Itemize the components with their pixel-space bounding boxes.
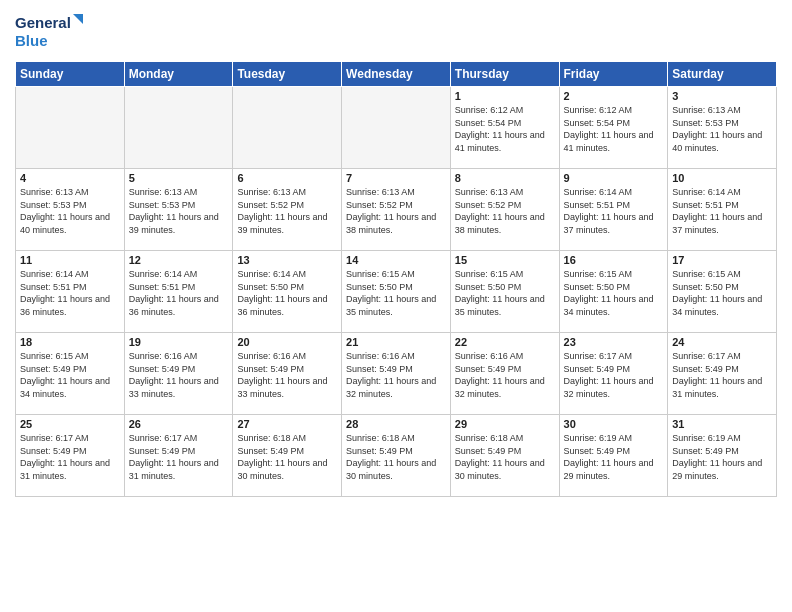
day-number: 4 bbox=[20, 172, 120, 184]
weekday-header-tuesday: Tuesday bbox=[233, 62, 342, 87]
day-info: Sunrise: 6:13 AM Sunset: 5:52 PM Dayligh… bbox=[237, 186, 337, 236]
day-info: Sunrise: 6:18 AM Sunset: 5:49 PM Dayligh… bbox=[455, 432, 555, 482]
calendar-cell: 30Sunrise: 6:19 AM Sunset: 5:49 PM Dayli… bbox=[559, 415, 668, 497]
day-number: 11 bbox=[20, 254, 120, 266]
day-number: 23 bbox=[564, 336, 664, 348]
day-number: 14 bbox=[346, 254, 446, 266]
day-info: Sunrise: 6:17 AM Sunset: 5:49 PM Dayligh… bbox=[129, 432, 229, 482]
svg-text:General: General bbox=[15, 14, 71, 31]
weekday-header-friday: Friday bbox=[559, 62, 668, 87]
logo-svg: General Blue bbox=[15, 10, 85, 55]
day-info: Sunrise: 6:15 AM Sunset: 5:50 PM Dayligh… bbox=[346, 268, 446, 318]
day-number: 26 bbox=[129, 418, 229, 430]
svg-text:Blue: Blue bbox=[15, 32, 48, 49]
calendar-cell: 12Sunrise: 6:14 AM Sunset: 5:51 PM Dayli… bbox=[124, 251, 233, 333]
day-info: Sunrise: 6:14 AM Sunset: 5:50 PM Dayligh… bbox=[237, 268, 337, 318]
calendar-cell: 7Sunrise: 6:13 AM Sunset: 5:52 PM Daylig… bbox=[342, 169, 451, 251]
day-number: 19 bbox=[129, 336, 229, 348]
calendar-cell: 3Sunrise: 6:13 AM Sunset: 5:53 PM Daylig… bbox=[668, 87, 777, 169]
day-info: Sunrise: 6:19 AM Sunset: 5:49 PM Dayligh… bbox=[564, 432, 664, 482]
calendar-cell: 16Sunrise: 6:15 AM Sunset: 5:50 PM Dayli… bbox=[559, 251, 668, 333]
day-number: 17 bbox=[672, 254, 772, 266]
weekday-header-wednesday: Wednesday bbox=[342, 62, 451, 87]
calendar-cell bbox=[233, 87, 342, 169]
day-number: 30 bbox=[564, 418, 664, 430]
weekday-header-monday: Monday bbox=[124, 62, 233, 87]
day-info: Sunrise: 6:18 AM Sunset: 5:49 PM Dayligh… bbox=[237, 432, 337, 482]
day-info: Sunrise: 6:15 AM Sunset: 5:50 PM Dayligh… bbox=[564, 268, 664, 318]
day-number: 29 bbox=[455, 418, 555, 430]
day-info: Sunrise: 6:17 AM Sunset: 5:49 PM Dayligh… bbox=[20, 432, 120, 482]
page-header: General Blue bbox=[15, 10, 777, 55]
day-info: Sunrise: 6:17 AM Sunset: 5:49 PM Dayligh… bbox=[564, 350, 664, 400]
day-info: Sunrise: 6:16 AM Sunset: 5:49 PM Dayligh… bbox=[129, 350, 229, 400]
day-number: 9 bbox=[564, 172, 664, 184]
calendar-cell bbox=[124, 87, 233, 169]
calendar-cell: 14Sunrise: 6:15 AM Sunset: 5:50 PM Dayli… bbox=[342, 251, 451, 333]
day-info: Sunrise: 6:13 AM Sunset: 5:53 PM Dayligh… bbox=[20, 186, 120, 236]
calendar-cell: 27Sunrise: 6:18 AM Sunset: 5:49 PM Dayli… bbox=[233, 415, 342, 497]
day-number: 18 bbox=[20, 336, 120, 348]
day-info: Sunrise: 6:16 AM Sunset: 5:49 PM Dayligh… bbox=[237, 350, 337, 400]
day-number: 27 bbox=[237, 418, 337, 430]
calendar-cell: 1Sunrise: 6:12 AM Sunset: 5:54 PM Daylig… bbox=[450, 87, 559, 169]
calendar-cell: 28Sunrise: 6:18 AM Sunset: 5:49 PM Dayli… bbox=[342, 415, 451, 497]
day-number: 24 bbox=[672, 336, 772, 348]
day-info: Sunrise: 6:12 AM Sunset: 5:54 PM Dayligh… bbox=[455, 104, 555, 154]
day-info: Sunrise: 6:16 AM Sunset: 5:49 PM Dayligh… bbox=[455, 350, 555, 400]
day-info: Sunrise: 6:13 AM Sunset: 5:52 PM Dayligh… bbox=[346, 186, 446, 236]
calendar-cell: 10Sunrise: 6:14 AM Sunset: 5:51 PM Dayli… bbox=[668, 169, 777, 251]
day-number: 20 bbox=[237, 336, 337, 348]
calendar-cell: 22Sunrise: 6:16 AM Sunset: 5:49 PM Dayli… bbox=[450, 333, 559, 415]
day-number: 12 bbox=[129, 254, 229, 266]
weekday-header-sunday: Sunday bbox=[16, 62, 125, 87]
day-number: 15 bbox=[455, 254, 555, 266]
calendar-cell: 31Sunrise: 6:19 AM Sunset: 5:49 PM Dayli… bbox=[668, 415, 777, 497]
day-info: Sunrise: 6:14 AM Sunset: 5:51 PM Dayligh… bbox=[564, 186, 664, 236]
day-number: 31 bbox=[672, 418, 772, 430]
day-number: 6 bbox=[237, 172, 337, 184]
day-info: Sunrise: 6:14 AM Sunset: 5:51 PM Dayligh… bbox=[129, 268, 229, 318]
logo: General Blue bbox=[15, 10, 85, 55]
day-info: Sunrise: 6:15 AM Sunset: 5:50 PM Dayligh… bbox=[455, 268, 555, 318]
svg-marker-2 bbox=[73, 14, 83, 24]
day-number: 16 bbox=[564, 254, 664, 266]
day-info: Sunrise: 6:16 AM Sunset: 5:49 PM Dayligh… bbox=[346, 350, 446, 400]
calendar-cell: 24Sunrise: 6:17 AM Sunset: 5:49 PM Dayli… bbox=[668, 333, 777, 415]
day-number: 10 bbox=[672, 172, 772, 184]
calendar-cell bbox=[342, 87, 451, 169]
day-number: 13 bbox=[237, 254, 337, 266]
calendar-cell: 5Sunrise: 6:13 AM Sunset: 5:53 PM Daylig… bbox=[124, 169, 233, 251]
day-info: Sunrise: 6:13 AM Sunset: 5:53 PM Dayligh… bbox=[672, 104, 772, 154]
calendar-cell: 11Sunrise: 6:14 AM Sunset: 5:51 PM Dayli… bbox=[16, 251, 125, 333]
calendar-cell: 21Sunrise: 6:16 AM Sunset: 5:49 PM Dayli… bbox=[342, 333, 451, 415]
calendar-cell: 8Sunrise: 6:13 AM Sunset: 5:52 PM Daylig… bbox=[450, 169, 559, 251]
calendar-cell: 4Sunrise: 6:13 AM Sunset: 5:53 PM Daylig… bbox=[16, 169, 125, 251]
calendar-cell: 23Sunrise: 6:17 AM Sunset: 5:49 PM Dayli… bbox=[559, 333, 668, 415]
weekday-header-thursday: Thursday bbox=[450, 62, 559, 87]
day-number: 28 bbox=[346, 418, 446, 430]
calendar-cell: 20Sunrise: 6:16 AM Sunset: 5:49 PM Dayli… bbox=[233, 333, 342, 415]
day-number: 1 bbox=[455, 90, 555, 102]
day-number: 7 bbox=[346, 172, 446, 184]
day-info: Sunrise: 6:15 AM Sunset: 5:49 PM Dayligh… bbox=[20, 350, 120, 400]
day-number: 2 bbox=[564, 90, 664, 102]
calendar-cell: 18Sunrise: 6:15 AM Sunset: 5:49 PM Dayli… bbox=[16, 333, 125, 415]
calendar-cell: 25Sunrise: 6:17 AM Sunset: 5:49 PM Dayli… bbox=[16, 415, 125, 497]
day-info: Sunrise: 6:13 AM Sunset: 5:53 PM Dayligh… bbox=[129, 186, 229, 236]
calendar-cell: 19Sunrise: 6:16 AM Sunset: 5:49 PM Dayli… bbox=[124, 333, 233, 415]
day-number: 22 bbox=[455, 336, 555, 348]
day-number: 8 bbox=[455, 172, 555, 184]
calendar-cell: 13Sunrise: 6:14 AM Sunset: 5:50 PM Dayli… bbox=[233, 251, 342, 333]
calendar-cell: 15Sunrise: 6:15 AM Sunset: 5:50 PM Dayli… bbox=[450, 251, 559, 333]
calendar-cell: 17Sunrise: 6:15 AM Sunset: 5:50 PM Dayli… bbox=[668, 251, 777, 333]
calendar-cell: 29Sunrise: 6:18 AM Sunset: 5:49 PM Dayli… bbox=[450, 415, 559, 497]
day-info: Sunrise: 6:15 AM Sunset: 5:50 PM Dayligh… bbox=[672, 268, 772, 318]
day-number: 25 bbox=[20, 418, 120, 430]
day-info: Sunrise: 6:14 AM Sunset: 5:51 PM Dayligh… bbox=[20, 268, 120, 318]
calendar-table: SundayMondayTuesdayWednesdayThursdayFrid… bbox=[15, 61, 777, 497]
calendar-cell bbox=[16, 87, 125, 169]
day-info: Sunrise: 6:19 AM Sunset: 5:49 PM Dayligh… bbox=[672, 432, 772, 482]
day-number: 21 bbox=[346, 336, 446, 348]
day-info: Sunrise: 6:17 AM Sunset: 5:49 PM Dayligh… bbox=[672, 350, 772, 400]
